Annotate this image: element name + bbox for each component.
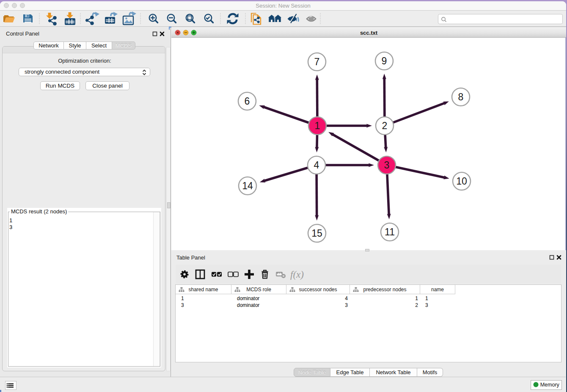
svg-text:f(x): f(x)	[290, 269, 304, 280]
svg-text:15: 15	[311, 228, 322, 239]
svg-text:3: 3	[384, 160, 390, 171]
svg-text:1: 1	[315, 120, 320, 131]
svg-text:11: 11	[385, 226, 395, 237]
svg-text:4: 4	[314, 160, 319, 171]
svg-text:9: 9	[382, 55, 387, 66]
svg-text:14: 14	[242, 180, 253, 191]
svg-text:8: 8	[458, 91, 464, 102]
svg-text:10: 10	[456, 176, 467, 187]
svg-text:2: 2	[382, 120, 388, 131]
svg-text:6: 6	[245, 96, 250, 107]
svg-text:7: 7	[314, 56, 320, 67]
